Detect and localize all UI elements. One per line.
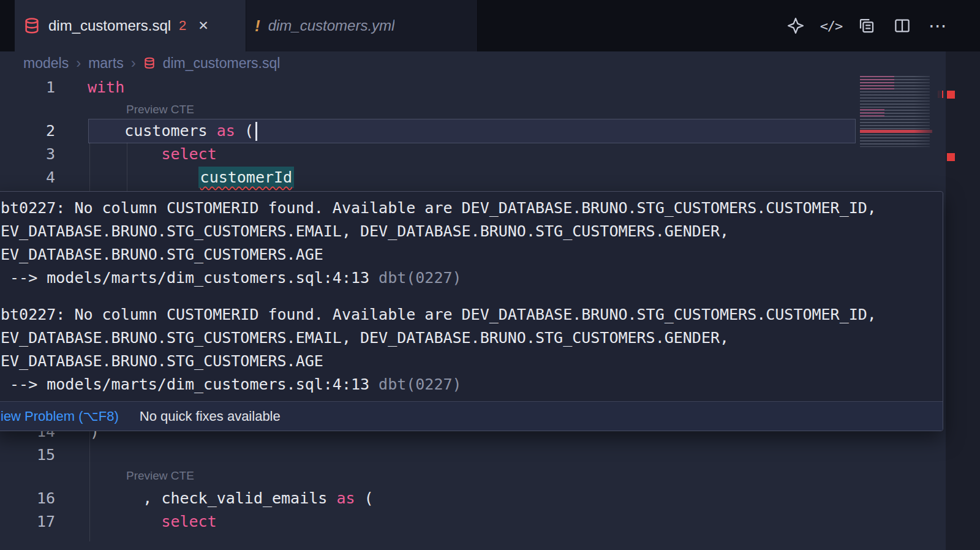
diagnostic-text: bt0227: No column CUSTOMERID found. Avai…	[1, 197, 934, 220]
no-quick-fixes-label: No quick fixes available	[140, 409, 281, 424]
breadcrumb-item-models[interactable]: models	[23, 55, 69, 72]
code-line[interactable]: 3 select	[0, 143, 943, 166]
close-icon[interactable]: ✕	[198, 18, 209, 33]
bracket-token: (	[235, 122, 254, 140]
line-number: 17	[0, 510, 55, 533]
diagnostic-text: EV_DATABASE.BRUNO.STG_CUSTOMERS.AGE	[1, 350, 934, 373]
location-path: --> models/marts/dim_customers.sql:4:13	[10, 269, 369, 287]
database-icon	[23, 17, 40, 34]
dbt-button[interactable]	[785, 15, 806, 36]
keyword-token: with	[88, 78, 124, 96]
breadcrumb: models › marts › dim_customers.sql	[0, 51, 858, 75]
diagnostic-text: EV_DATABASE.BRUNO.STG_CUSTOMERS.EMAIL, D…	[1, 220, 934, 243]
code-preview-button[interactable]: </>	[821, 15, 842, 36]
breadcrumb-separator: ›	[76, 55, 81, 72]
identifier-token: , check_valid_emails	[143, 489, 336, 507]
copy-results-button[interactable]	[856, 15, 877, 36]
tab-dim-customers-sql[interactable]: dim_customers.sql 2 ✕	[15, 0, 246, 51]
text-cursor	[255, 122, 257, 141]
code-line[interactable]: 15	[0, 443, 943, 467]
diagnostic-message: bt0227: No column CUSTOMERID found. Avai…	[1, 197, 934, 290]
minimap-keyword-lines	[860, 76, 894, 89]
minimap-keyword-lines	[860, 109, 884, 118]
breadcrumb-item-file[interactable]: dim_customers.sql	[163, 55, 281, 72]
tab-error-count-badge: 2	[179, 18, 186, 34]
diagnostic-message: bt0227: No column CUSTOMERID found. Avai…	[1, 303, 934, 396]
keyword-token: as	[217, 122, 235, 140]
error-token-customerid: customerId	[198, 167, 295, 188]
copy-icon	[858, 17, 876, 35]
error-marker	[947, 153, 955, 161]
keyword-token: select	[161, 513, 216, 530]
line-number: 2	[0, 119, 55, 143]
breadcrumb-item-marts[interactable]: marts	[88, 55, 124, 72]
bracket-token: (	[355, 489, 373, 507]
keyword-token: select	[161, 145, 216, 163]
line-number: 16	[0, 487, 55, 510]
error-marker	[947, 91, 955, 99]
codelens-preview-cte[interactable]: Preview CTE	[126, 103, 194, 116]
more-actions-button[interactable]: ⋯	[927, 15, 948, 36]
editor-actions: </> ⋯	[785, 0, 980, 51]
code-icon: </>	[820, 18, 843, 34]
dbt-icon	[786, 17, 805, 35]
split-editor-button[interactable]	[892, 15, 913, 36]
line-number: 1	[0, 76, 55, 99]
tab-bar: dim_customers.sql 2 ✕ ! dim_customers.ym…	[0, 0, 980, 51]
diagnostic-source: dbt(0227)	[379, 375, 461, 393]
hover-status-bar: iew Problem (⌥F8) No quick fixes availab…	[0, 401, 943, 431]
diagnostic-source: dbt(0227)	[379, 269, 461, 287]
diagnostic-location: --> models/marts/dim_customers.sql:4:13d…	[1, 373, 934, 396]
code-line[interactable]: 17 select	[0, 510, 943, 533]
line-number: 15	[0, 443, 55, 467]
diagnostic-text: EV_DATABASE.BRUNO.STG_CUSTOMERS.AGE	[1, 243, 934, 266]
code-line[interactable]: 1 with	[0, 76, 943, 99]
split-editor-icon	[893, 17, 911, 35]
warning-icon: !	[255, 17, 260, 36]
code-line[interactable]: 4 customerId	[0, 166, 943, 189]
code-line[interactable]: 16 , check_valid_emails as (	[0, 487, 943, 510]
tab-dim-customers-yml[interactable]: ! dim_customers.yml	[246, 0, 478, 51]
more-actions-icon: ⋯	[929, 23, 947, 29]
hover-diagnostics: bt0227: No column CUSTOMERID found. Avai…	[0, 192, 943, 401]
location-path: --> models/marts/dim_customers.sql:4:13	[10, 375, 369, 393]
view-problem-link[interactable]: iew Problem (⌥F8)	[1, 409, 119, 424]
tab-title: dim_customers.sql	[48, 17, 171, 34]
diagnostic-text: bt0227: No column CUSTOMERID found. Avai…	[1, 303, 934, 326]
database-icon	[143, 57, 156, 69]
minimap-error-line	[860, 130, 932, 133]
breadcrumb-separator: ›	[131, 55, 136, 72]
line-number: 4	[0, 166, 55, 189]
overview-ruler[interactable]	[946, 51, 980, 550]
minimap[interactable]	[860, 76, 942, 147]
diagnostic-text: EV_DATABASE.BRUNO.STG_CUSTOMERS.EMAIL, D…	[1, 326, 934, 350]
keyword-token: as	[336, 489, 355, 507]
codelens-preview-cte[interactable]: Preview CTE	[126, 469, 194, 483]
minimap-error-marker	[938, 91, 943, 98]
tab-title: dim_customers.yml	[268, 17, 395, 34]
vscode-window: dim_customers.sql 2 ✕ ! dim_customers.ym…	[0, 0, 980, 550]
line-number: 3	[0, 143, 55, 166]
identifier-token: customers	[124, 122, 217, 140]
code-line[interactable]: 2 customers as (	[0, 119, 943, 143]
error-hover-popup: bt0227: No column CUSTOMERID found. Avai…	[0, 191, 943, 431]
diagnostic-location: --> models/marts/dim_customers.sql:4:13d…	[1, 266, 934, 290]
